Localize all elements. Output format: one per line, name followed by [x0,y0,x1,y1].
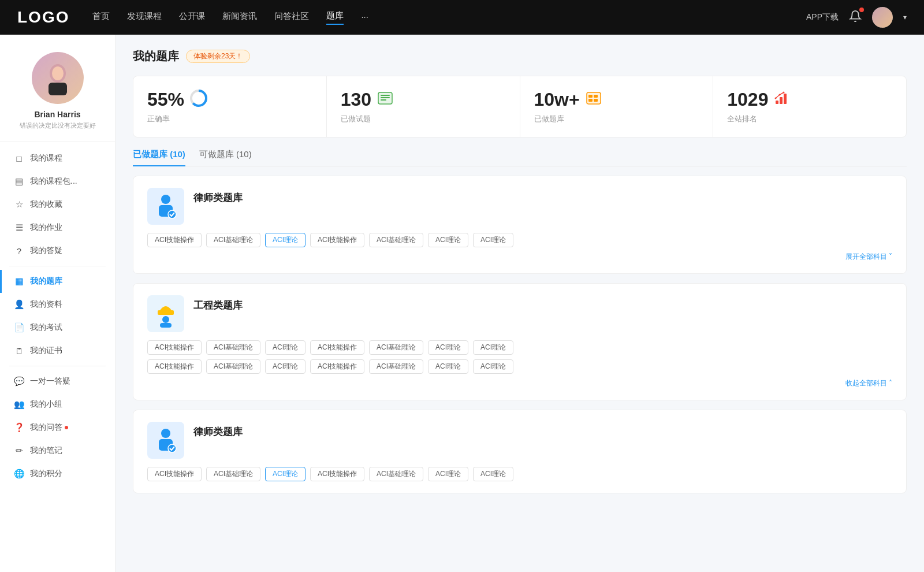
stat-label-done: 已做试题 [341,114,506,124]
qbank-icon-lawyer2 [147,422,184,459]
tag-3-2[interactable]: ACI基础理论 [206,467,260,481]
nav-discover[interactable]: 发现课程 [127,11,162,24]
svg-point-18 [775,97,777,99]
user-avatar[interactable] [872,7,893,28]
qbank-icon-lawyer [147,188,184,225]
svg-rect-15 [776,101,778,104]
svg-point-27 [161,429,170,438]
tag-1-1[interactable]: ACI技能操作 [147,233,202,247]
tag-2-13[interactable]: ACI理论 [428,359,468,374]
collapse-link-2[interactable]: 收起全部科目 ˄ [147,378,892,388]
sidebar-item-my-notes[interactable]: ✏ 我的笔记 [0,439,115,462]
qbank-card-2: 工程类题库 ACI技能操作 ACI基础理论 ACI理论 ACI技能操作 ACI基… [133,283,907,400]
tag-1-3[interactable]: ACI理论 [265,233,305,247]
user-dropdown-arrow[interactable]: ▾ [903,13,907,21]
notification-bell[interactable] [849,10,862,25]
tag-1-4[interactable]: ACI技能操作 [310,233,364,247]
sidebar-item-my-qa[interactable]: ? 我的答疑 [0,239,115,262]
stat-top-3: 10w+ [534,89,699,110]
sidebar-item-my-homework[interactable]: ☰ 我的作业 [0,216,115,239]
menu-divider-1 [9,266,106,266]
sidebar-menu: □ 我的课程 ▤ 我的课程包... ☆ 我的收藏 ☰ 我的作业 ? 我的答疑 ▦ [0,142,115,490]
tag-3-3[interactable]: ACI理论 [265,467,305,481]
tag-1-7[interactable]: ACI理论 [473,233,513,247]
tag-2-11[interactable]: ACI技能操作 [310,359,364,374]
sidebar-item-my-courses[interactable]: □ 我的课程 [0,147,115,170]
sidebar-label-my-qa: 我的答疑 [30,246,62,256]
svg-rect-16 [780,97,783,104]
profile-section: Brian Harris 错误的决定比没有决定要好 [0,35,115,142]
qbank-title-2: 工程类题库 [193,299,243,312]
tabs-row: 已做题库 (10) 可做题库 (10) [133,149,907,166]
qbank-card-3: 律师类题库 ACI技能操作 ACI基础理论 ACI理论 ACI技能操作 ACI基… [133,410,907,493]
qbank-info-1: 律师类题库 [193,188,243,205]
lawyer-icon-svg [153,192,178,220]
bell-badge [859,8,864,12]
favorites-icon: ☆ [14,199,24,210]
svg-point-29 [168,444,176,452]
tag-2-7[interactable]: ACI理论 [473,340,513,355]
logo[interactable]: LOGO [17,8,69,27]
svg-rect-12 [594,95,598,98]
nav-news[interactable]: 新闻资讯 [222,11,257,24]
sidebar-item-my-points[interactable]: 🌐 我的积分 [0,462,115,485]
tag-3-1[interactable]: ACI技能操作 [147,467,202,481]
nav-open-course[interactable]: 公开课 [179,11,205,24]
tag-2-1[interactable]: ACI技能操作 [147,340,202,355]
engineer-icon-svg [153,300,178,328]
tag-2-6[interactable]: ACI理论 [428,340,468,355]
stat-value-qbank: 10w+ [534,89,580,110]
tag-1-2[interactable]: ACI基础理论 [206,233,260,247]
sidebar-item-my-exams[interactable]: 📄 我的考试 [0,316,115,339]
main-layout: Brian Harris 错误的决定比没有决定要好 □ 我的课程 ▤ 我的课程包… [0,35,924,572]
stat-label-correctness: 正确率 [147,114,312,124]
nav-more[interactable]: ··· [361,12,368,24]
tag-2-8[interactable]: ACI技能操作 [147,359,202,374]
sidebar-item-my-certs[interactable]: 🗒 我的证书 [0,339,115,362]
qbank-info-3: 律师类题库 [193,422,243,439]
tags-row-2a: ACI技能操作 ACI基础理论 ACI理论 ACI技能操作 ACI基础理论 AC… [147,340,892,355]
tag-3-7[interactable]: ACI理论 [473,467,513,481]
tag-1-5[interactable]: ACI基础理论 [369,233,423,247]
tag-3-4[interactable]: ACI技能操作 [310,467,364,481]
tag-3-6[interactable]: ACI理论 [428,467,468,481]
stat-label-qbank: 已做题库 [534,114,699,124]
sidebar-item-my-favorites[interactable]: ☆ 我的收藏 [0,193,115,216]
nav-qa[interactable]: 问答社区 [274,11,309,24]
svg-point-25 [162,316,169,323]
tag-2-3[interactable]: ACI理论 [265,340,305,355]
stat-label-ranking: 全站排名 [727,114,892,124]
tag-2-10[interactable]: ACI理论 [265,359,305,374]
sidebar-item-my-groups[interactable]: 👥 我的小组 [0,393,115,416]
sidebar-label-my-courses: 我的课程 [30,153,62,164]
sidebar-label-my-qbank: 我的题库 [30,276,62,287]
sidebar-item-my-questions[interactable]: ❓ 我的问答 [0,416,115,439]
sidebar-label-my-exams: 我的考试 [30,322,62,333]
tag-2-2[interactable]: ACI基础理论 [206,340,260,355]
sidebar-item-one-on-one[interactable]: 💬 一对一答疑 [0,370,115,393]
nav-home[interactable]: 首页 [92,11,110,24]
sidebar-item-my-packages[interactable]: ▤ 我的课程包... [0,170,115,193]
sidebar-item-my-profile[interactable]: 👤 我的资料 [0,293,115,316]
qbank-header-3: 律师类题库 [147,422,892,459]
tag-2-9[interactable]: ACI基础理论 [206,359,260,374]
trial-badge: 体验剩余23天！ [186,50,250,63]
nav-qbank[interactable]: 题库 [326,10,344,25]
tab-available-qbank[interactable]: 可做题库 (10) [199,149,252,166]
tag-3-5[interactable]: ACI基础理论 [369,467,423,481]
sidebar-item-my-qbank[interactable]: ▦ 我的题库 [0,270,115,293]
app-download-link[interactable]: APP下载 [806,12,839,23]
svg-rect-26 [160,323,172,328]
tag-2-12[interactable]: ACI基础理论 [369,359,423,374]
sidebar-label-my-questions: 我的问答 [30,422,62,433]
tag-2-4[interactable]: ACI技能操作 [310,340,364,355]
qbank-title-1: 律师类题库 [193,191,243,205]
tag-2-5[interactable]: ACI基础理论 [369,340,423,355]
tag-1-6[interactable]: ACI理论 [428,233,468,247]
expand-link-1[interactable]: 展开全部科目 ˅ [147,252,892,262]
tag-2-14[interactable]: ACI理论 [473,359,513,374]
navbar: LOGO 首页 发现课程 公开课 新闻资讯 问答社区 题库 ··· APP下载 … [0,0,924,35]
tab-done-qbank[interactable]: 已做题库 (10) [133,149,185,166]
sidebar-label-my-certs: 我的证书 [30,346,62,356]
stat-done-qbank: 10w+ 已做题库 [520,76,714,137]
